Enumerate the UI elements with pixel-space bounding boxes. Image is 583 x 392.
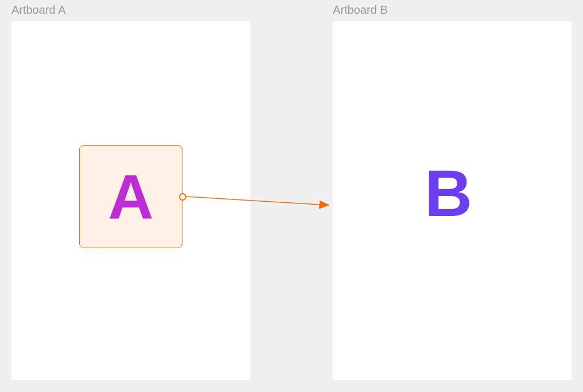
artboard-a-label[interactable]: Artboard A: [11, 3, 66, 17]
hotspot-letter-a: A: [108, 165, 153, 228]
letter-b[interactable]: B: [425, 160, 472, 226]
hotspot-layer[interactable]: A: [79, 145, 182, 248]
artboard-b-label[interactable]: Artboard B: [333, 3, 388, 17]
connection-handle[interactable]: [179, 193, 186, 201]
